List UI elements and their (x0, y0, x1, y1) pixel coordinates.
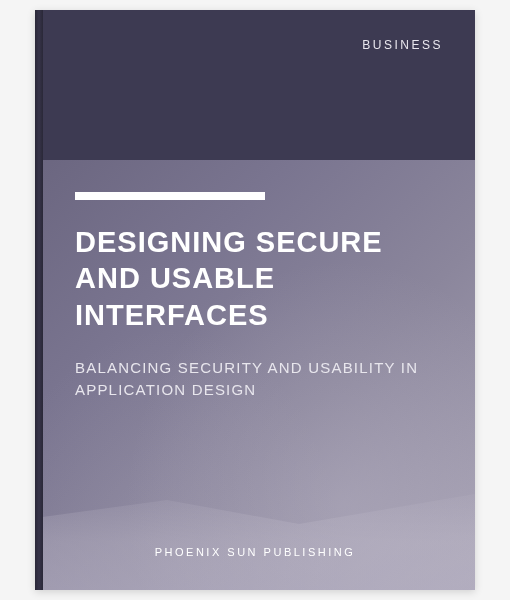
category-label: BUSINESS (362, 38, 443, 52)
cover-face: BUSINESS DESIGNING SECURE AND USABLE INT… (35, 10, 475, 590)
book-title: DESIGNING SECURE AND USABLE INTERFACES (75, 224, 435, 333)
book-subtitle: BALANCING SECURITY AND USABILITY IN APPL… (75, 357, 435, 402)
header-band: BUSINESS (35, 10, 475, 160)
wave-decoration (35, 470, 475, 590)
publisher-name: PHOENIX SUN PUBLISHING (155, 546, 355, 558)
book-cover: BUSINESS DESIGNING SECURE AND USABLE INT… (35, 10, 475, 590)
publisher-area: PHOENIX SUN PUBLISHING (75, 546, 435, 566)
book-spine (35, 10, 43, 590)
main-content-area: DESIGNING SECURE AND USABLE INTERFACES B… (35, 160, 475, 590)
accent-bar (75, 192, 265, 200)
